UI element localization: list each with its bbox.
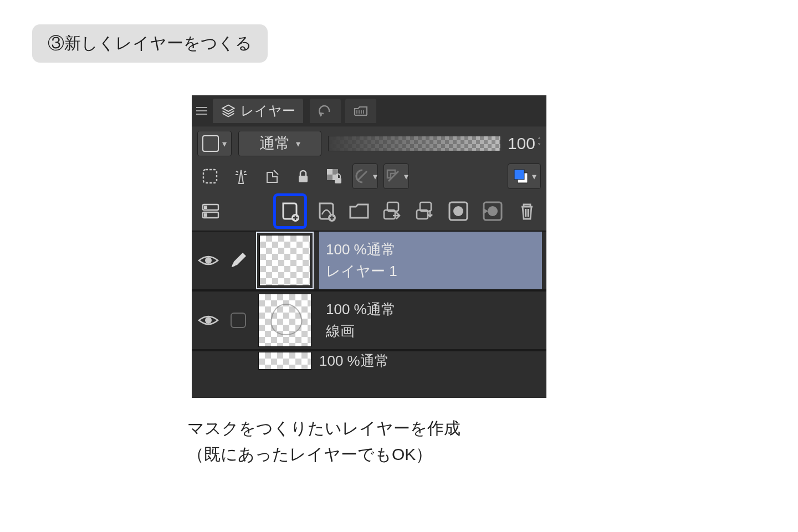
- new-layer-button-highlight: [273, 193, 307, 229]
- blend-mode-button[interactable]: 通常 ▾: [238, 131, 321, 156]
- chevron-down-icon: ▾: [373, 171, 377, 182]
- chevron-down-icon: ▾: [532, 171, 536, 182]
- caption-line-1: マスクをつくりたいレイヤーを作成: [187, 416, 461, 442]
- trash-icon: [516, 200, 538, 222]
- layer-thumbnail[interactable]: [256, 291, 314, 349]
- svg-rect-4: [327, 175, 332, 180]
- opacity-value: 100: [508, 134, 535, 153]
- dashed-selection-icon: [201, 167, 219, 186]
- merge-down-icon: [412, 199, 437, 223]
- editing-indicator: [226, 308, 250, 332]
- create-mask-button[interactable]: [444, 197, 472, 225]
- ruler-off-icon: [384, 167, 403, 186]
- svg-point-23: [205, 257, 212, 264]
- svg-rect-6: [335, 178, 341, 183]
- two-pane-button[interactable]: [197, 197, 223, 225]
- new-folder-button[interactable]: [346, 197, 372, 225]
- checkbox-off-icon: [231, 313, 246, 328]
- new-vector-layer-icon: [314, 199, 339, 223]
- transfer-down-button[interactable]: [379, 197, 405, 225]
- svg-rect-2: [327, 169, 332, 175]
- eye-icon: [198, 313, 219, 328]
- folder-icon: [347, 199, 371, 223]
- delete-layer-button[interactable]: [513, 197, 541, 225]
- tab-autoaction[interactable]: [345, 99, 376, 123]
- layer-info[interactable]: 100 %通常 レイヤー 1: [319, 232, 542, 289]
- layer-info[interactable]: 100 %通常 線画: [319, 291, 542, 349]
- hamburger-icon[interactable]: [195, 104, 208, 117]
- draft-layer-button[interactable]: [259, 163, 285, 189]
- svg-point-20: [453, 206, 463, 216]
- tab-layers-label: レイヤー: [241, 102, 295, 120]
- svg-rect-12: [204, 213, 207, 217]
- visibility-toggle[interactable]: [196, 248, 221, 273]
- layer-actions-row: [192, 192, 546, 231]
- editing-indicator: [226, 248, 250, 273]
- step-label: ③新しくレイヤーをつくる: [48, 34, 252, 52]
- tab-history[interactable]: [310, 99, 341, 123]
- caption-line-2: （既にあったレイヤーでもOK）: [187, 442, 461, 468]
- palette-swatch-icon: [202, 135, 219, 152]
- ruler-enable-button[interactable]: ▾: [383, 163, 409, 189]
- mask-enable-button[interactable]: ▾: [352, 163, 378, 189]
- new-vector-layer-button[interactable]: [314, 197, 340, 225]
- pencil-icon: [228, 250, 248, 270]
- svg-rect-1: [299, 176, 308, 182]
- new-layer-icon: [278, 199, 302, 223]
- layer-color-button[interactable]: ▾: [508, 163, 541, 189]
- palette-color-button[interactable]: ▾: [197, 131, 232, 156]
- clip-to-layer-button[interactable]: [197, 163, 223, 189]
- draft-icon: [263, 167, 282, 186]
- lock-layer-button[interactable]: [290, 163, 316, 189]
- svg-rect-0: [203, 170, 217, 183]
- opacity-slider[interactable]: [328, 136, 501, 151]
- layer-settings-row: ▾ 通常 ▾ 100 ˄˅: [192, 126, 546, 161]
- merge-down-button[interactable]: [412, 197, 438, 225]
- transfer-down-icon: [380, 199, 404, 223]
- other-tabs: [310, 99, 376, 123]
- chevron-down-icon: ▾: [404, 171, 408, 182]
- blend-mode-label: 通常: [259, 133, 290, 154]
- tab-icon: [352, 104, 369, 117]
- layer-thumbnail: [256, 350, 314, 370]
- layer-opacity-label: 100 %通常: [319, 351, 389, 371]
- opacity-value-stepper[interactable]: 100 ˄˅: [508, 134, 541, 153]
- chevron-down-icon: ▾: [222, 139, 227, 149]
- layer-opacity-label: 100 %通常: [326, 300, 542, 319]
- apply-mask-button[interactable]: [479, 197, 507, 225]
- caption: マスクをつくりたいレイヤーを作成 （既にあったレイヤーでもOK）: [187, 416, 461, 467]
- layer-name: 線画: [326, 321, 542, 341]
- visibility-toggle[interactable]: [196, 308, 221, 332]
- spinner-icon: ˄˅: [538, 138, 541, 149]
- layer-list: 100 %通常 レイヤー 1 100 %通常 線画: [192, 231, 546, 370]
- lock-transparent-button[interactable]: [321, 163, 347, 189]
- step-badge: ③新しくレイヤーをつくる: [32, 24, 268, 63]
- checker-lock-icon: [325, 167, 344, 186]
- mask-icon: [446, 199, 470, 223]
- layer-row[interactable]: 100 %通常 線画: [192, 290, 546, 350]
- svg-point-22: [488, 206, 498, 216]
- layer-row[interactable]: 100 %通常 レイヤー 1: [192, 231, 546, 290]
- lighthouse-icon: [232, 167, 250, 186]
- svg-point-24: [205, 317, 212, 324]
- apply-mask-icon: [480, 199, 505, 223]
- two-pane-icon: [200, 200, 222, 222]
- layer-options-row: ▾ ▾ ▾: [192, 161, 546, 192]
- tab-layers[interactable]: レイヤー: [213, 99, 303, 123]
- svg-rect-11: [204, 206, 207, 209]
- layers-panel: レイヤー ▾ 通常 ▾: [192, 95, 546, 398]
- new-raster-layer-button[interactable]: [276, 197, 304, 225]
- fg-bg-color-icon: [512, 167, 530, 185]
- chevron-down-icon: ▾: [296, 139, 300, 149]
- svg-rect-8: [514, 170, 524, 180]
- layer-row-partial[interactable]: 100 %通常: [192, 350, 546, 370]
- lock-icon: [295, 168, 311, 185]
- panel-header: レイヤー: [192, 95, 546, 126]
- eye-icon: [198, 253, 219, 268]
- mask-off-icon: [353, 167, 372, 186]
- layer-thumbnail[interactable]: [256, 232, 314, 289]
- undo-icon: [317, 104, 334, 117]
- reference-layer-button[interactable]: [228, 163, 254, 189]
- layer-name: レイヤー 1: [326, 262, 542, 281]
- layer-opacity-label: 100 %通常: [326, 240, 542, 259]
